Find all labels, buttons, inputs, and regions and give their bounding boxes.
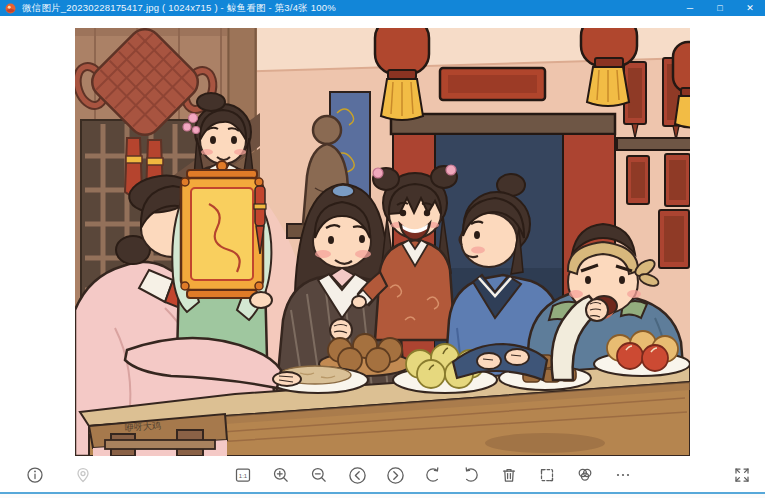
- next-image-button[interactable]: [382, 462, 408, 488]
- location-pin-icon: [74, 466, 92, 484]
- zoom-out-button[interactable]: [306, 462, 332, 488]
- actual-size-button[interactable]: 1:1: [230, 462, 256, 488]
- displayed-image: 咿呀大鸡: [75, 28, 690, 456]
- wall-plaque: [440, 68, 545, 100]
- window-bottom-edge: [0, 494, 765, 498]
- delete-icon: [500, 466, 518, 484]
- previous-image-icon: [348, 466, 367, 485]
- maximize-button[interactable]: □: [705, 0, 735, 16]
- svg-text:1:1: 1:1: [239, 473, 248, 479]
- color-filter-icon: [576, 466, 594, 484]
- rotate-left-icon: [424, 466, 442, 484]
- zoom-in-button[interactable]: [268, 462, 294, 488]
- more-button[interactable]: [610, 462, 636, 488]
- info-icon: [26, 466, 44, 484]
- rotate-left-button[interactable]: [420, 462, 446, 488]
- titlebar: 微信图片_20230228175417.jpg ( 1024x715 ) - 鲸…: [0, 0, 765, 16]
- crop-button[interactable]: [534, 462, 560, 488]
- app-window: { "window": { "title_full": "微信图片_202302…: [0, 0, 765, 498]
- next-image-icon: [386, 466, 405, 485]
- app-icon: [5, 3, 16, 14]
- color-filter-button[interactable]: [572, 462, 598, 488]
- more-icon: [614, 466, 632, 484]
- window-controls: ─ □ ✕: [675, 0, 765, 16]
- zoom-in-icon: [272, 466, 290, 484]
- info-button[interactable]: [22, 462, 48, 488]
- delete-button[interactable]: [496, 462, 522, 488]
- previous-image-button[interactable]: [344, 462, 370, 488]
- close-button[interactable]: ✕: [735, 0, 765, 16]
- location-button[interactable]: [70, 462, 96, 488]
- rotate-right-icon: [462, 466, 480, 484]
- crop-icon: [538, 466, 556, 484]
- zoom-out-icon: [310, 466, 328, 484]
- window-title: 微信图片_20230228175417.jpg ( 1024x715 ) - 鲸…: [22, 2, 675, 15]
- rotate-right-button[interactable]: [458, 462, 484, 488]
- palace-lantern-gift: [181, 161, 272, 308]
- fullscreen-button[interactable]: [729, 462, 755, 488]
- viewer-canvas: 咿呀大鸡: [0, 16, 765, 458]
- actual-size-icon: 1:1: [234, 466, 252, 484]
- bottom-toolbar: 1:1: [0, 458, 765, 492]
- minimize-button[interactable]: ─: [675, 0, 705, 16]
- fullscreen-icon: [733, 466, 751, 484]
